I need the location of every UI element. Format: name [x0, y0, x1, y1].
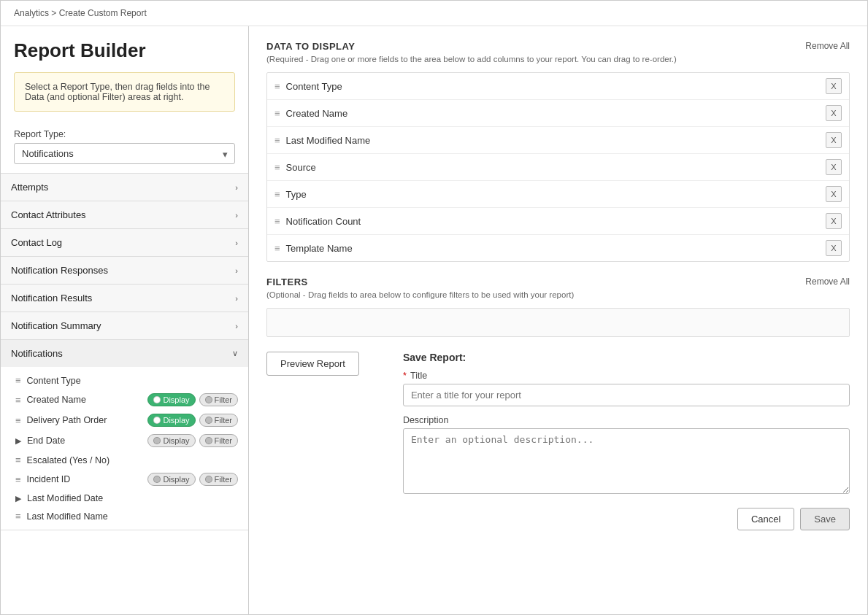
field-label-last-modified-name: Last Modified Name	[27, 511, 238, 522]
remove-source-button[interactable]: X	[826, 159, 842, 175]
report-type-label: Report Type:	[14, 129, 235, 139]
remove-all-filters-button[interactable]: Remove All	[805, 276, 850, 287]
drag-handle-icon: ≡	[15, 375, 21, 386]
field-label-incident-id: Incident ID	[27, 474, 142, 484]
data-display-title-group: DATA TO DISPLAY (Required - Drag one or …	[266, 41, 677, 68]
toggle-circle-ed-f	[205, 437, 212, 444]
info-box: Select a Report Type, then drag fields i…	[14, 72, 235, 112]
accordion-header-contact-attributes[interactable]: Contact Attributes ›	[1, 201, 248, 228]
accordion-header-notification-summary[interactable]: Notification Summary ›	[1, 312, 248, 339]
chevron-down-icon: ∨	[232, 349, 238, 358]
main-layout: Report Builder Select a Report Type, the…	[1, 26, 867, 614]
accordion-item-attempts: Attempts ›	[1, 174, 248, 201]
data-row: ≡ Notification Count X	[267, 208, 849, 235]
field-label-content-type: Content Type	[27, 376, 238, 386]
list-item: ≡ Content Type	[1, 371, 248, 390]
list-item: ≡ Created Name Display Filter	[1, 390, 248, 410]
accordion-label-notification-summary: Notification Summary	[11, 320, 101, 331]
data-row: ≡ Type X	[267, 181, 849, 208]
accordion-header-contact-log[interactable]: Contact Log ›	[1, 229, 248, 256]
left-panel: Report Builder Select a Report Type, the…	[1, 26, 249, 614]
field-label-escalated: Escalated (Yes / No)	[27, 455, 238, 465]
remove-all-data-button[interactable]: Remove All	[805, 41, 850, 51]
accordion-label-contact-log: Contact Log	[11, 237, 62, 248]
data-row-label: Content Type	[286, 81, 820, 92]
remove-created-name-button[interactable]: X	[826, 105, 842, 121]
toggle-group-end-date: Display Filter	[147, 434, 238, 447]
display-toggle-created-name[interactable]: Display	[147, 393, 195, 406]
drag-handle-icon: ≡	[274, 135, 280, 146]
display-toggle-incident-id[interactable]: Display	[147, 473, 195, 486]
remove-last-modified-name-button[interactable]: X	[826, 132, 842, 148]
filter-toggle-incident-id[interactable]: Filter	[199, 473, 238, 486]
data-section-subtitle: (Required - Drag one or more fields to t…	[266, 55, 677, 63]
accordion-header-notification-results[interactable]: Notification Results ›	[1, 285, 248, 312]
preview-report-button[interactable]: Preview Report	[266, 352, 359, 376]
list-item: ▶ End Date Display Filter	[1, 430, 248, 451]
remove-notification-count-button[interactable]: X	[826, 213, 842, 229]
filter-toggle-created-name[interactable]: Filter	[199, 393, 238, 406]
report-description-input[interactable]	[403, 428, 850, 494]
data-row-label: Notification Count	[286, 216, 820, 227]
cancel-button[interactable]: Cancel	[737, 508, 794, 530]
remove-template-name-button[interactable]: X	[826, 240, 842, 256]
data-row-label: Last Modified Name	[286, 135, 820, 146]
accordion-header-attempts[interactable]: Attempts ›	[1, 174, 248, 201]
chevron-right-icon-nr: ›	[235, 266, 238, 275]
drag-handle-icon: ≡	[274, 108, 280, 119]
expand-arrow-last-modified-date[interactable]: ▶	[15, 494, 21, 503]
filters-section-title: FILTERS	[266, 276, 574, 287]
save-section: Save Report: * Title Description Cancel …	[403, 352, 850, 530]
data-display-area: ≡ Content Type X ≡ Created Name X ≡ Last…	[266, 72, 850, 262]
drag-handle-icon: ≡	[15, 511, 21, 522]
list-item: ≡ Incident ID Display Filter	[1, 469, 248, 490]
accordion-label-notification-responses: Notification Responses	[11, 265, 108, 276]
required-star: *	[403, 371, 407, 381]
data-row: ≡ Content Type X	[267, 73, 849, 100]
accordion-header-notifications[interactable]: Notifications ∨	[1, 340, 248, 367]
report-type-select[interactable]: Notifications Attempts Contact Log	[14, 143, 235, 164]
toggle-circle-ed-d	[153, 437, 161, 444]
accordion-item-contact-log: Contact Log ›	[1, 229, 248, 257]
drag-handle-icon: ≡	[274, 243, 280, 254]
list-item: ≡ Delivery Path Order Display Filter	[1, 410, 248, 430]
data-row: ≡ Created Name X	[267, 100, 849, 127]
chevron-right-icon-ns: ›	[235, 322, 238, 330]
report-title-input[interactable]	[403, 384, 850, 406]
remove-type-button[interactable]: X	[826, 186, 842, 202]
report-type-section: Report Type: Notifications Attempts Cont…	[1, 129, 248, 173]
toggle-circle-ii-d	[153, 476, 161, 483]
display-toggle-delivery-path[interactable]: Display	[147, 414, 195, 427]
drag-handle-icon: ≡	[274, 216, 280, 227]
accordion-item-notification-summary: Notification Summary ›	[1, 312, 248, 340]
data-row: ≡ Source X	[267, 154, 849, 181]
filters-title-group: FILTERS (Optional - Drag fields to area …	[266, 276, 574, 303]
chevron-right-icon-ca: ›	[235, 211, 238, 220]
toggle-circle-off	[205, 396, 212, 403]
field-label-delivery-path-order: Delivery Path Order	[27, 415, 142, 425]
remove-content-type-button[interactable]: X	[826, 78, 842, 94]
title-field-label: * Title	[403, 371, 850, 381]
drag-handle-icon: ≡	[15, 395, 21, 406]
display-toggle-end-date[interactable]: Display	[147, 434, 195, 447]
chevron-right-icon-cl: ›	[235, 239, 238, 247]
accordion-label-contact-attributes: Contact Attributes	[11, 209, 86, 220]
expand-arrow-end-date[interactable]: ▶	[15, 436, 21, 446]
left-header: Report Builder Select a Report Type, the…	[1, 26, 248, 129]
app-window: Analytics > Create Custom Report Report …	[0, 0, 868, 615]
toggle-circle-dp	[153, 417, 161, 424]
right-panel: DATA TO DISPLAY (Required - Drag one or …	[249, 26, 867, 614]
report-type-select-wrapper[interactable]: Notifications Attempts Contact Log	[14, 143, 235, 164]
description-field-label: Description	[403, 415, 850, 425]
accordion-item-notification-results: Notification Results ›	[1, 285, 248, 312]
field-label-end-date: End Date	[27, 436, 142, 446]
filter-toggle-end-date[interactable]: Filter	[199, 434, 238, 447]
data-row: ≡ Template Name X	[267, 235, 849, 261]
accordion-header-notification-responses[interactable]: Notification Responses ›	[1, 257, 248, 284]
accordion-label-attempts: Attempts	[11, 182, 48, 193]
drag-handle-icon: ≡	[15, 474, 21, 485]
filter-toggle-delivery-path[interactable]: Filter	[199, 414, 238, 427]
save-button[interactable]: Save	[800, 508, 850, 530]
data-row-label: Type	[286, 189, 820, 200]
chevron-right-icon-nres: ›	[235, 294, 238, 303]
